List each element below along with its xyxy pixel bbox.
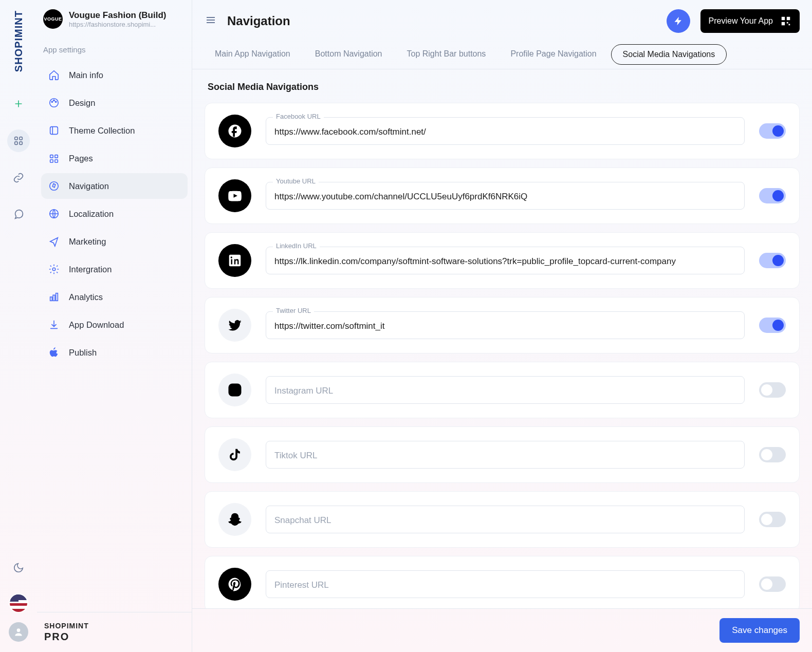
facebook-input-label: Facebook URL: [273, 113, 324, 120]
app-title: Vougue Fashion (Build): [69, 10, 167, 21]
svg-rect-23: [787, 22, 788, 24]
tiktok-url-input[interactable]: [266, 441, 745, 469]
svg-point-6: [51, 101, 52, 102]
sidebar-item-marketing[interactable]: Marketing: [41, 229, 188, 254]
sidebar-item-theme-collection[interactable]: Theme Collection: [41, 118, 188, 143]
apple-icon: [48, 347, 60, 358]
tabs: Main App Navigation Bottom Navigation To…: [192, 42, 812, 69]
social-row-tiktok: [205, 426, 800, 483]
bolt-icon: [673, 16, 684, 26]
quick-action-button[interactable]: [667, 9, 690, 33]
rail-link-button[interactable]: [7, 166, 30, 189]
tab-social-media-navigations[interactable]: Social Media Navigations: [611, 44, 727, 65]
preview-app-button[interactable]: Preview Your App: [700, 9, 800, 33]
chat-icon: [13, 209, 24, 220]
sidebar-item-label: App Download: [69, 320, 124, 330]
linkedin-icon: [218, 244, 251, 277]
rail-theme-toggle[interactable]: [7, 556, 30, 579]
svg-point-14: [50, 182, 59, 191]
svg-rect-1: [20, 137, 23, 140]
linkedin-url-input[interactable]: [266, 247, 745, 274]
svg-rect-13: [55, 160, 58, 163]
tab-bottom-navigation[interactable]: Bottom Navigation: [305, 42, 393, 69]
social-row-twitter: Twitter URL: [205, 297, 800, 353]
app-url: https://fashionstore.shopimi...: [69, 21, 167, 28]
user-icon: [13, 627, 24, 637]
layers-icon: [48, 125, 60, 136]
sidebar-item-design[interactable]: Design: [41, 90, 188, 116]
link-icon: [13, 172, 24, 183]
facebook-url-input[interactable]: [266, 117, 745, 145]
svg-rect-3: [20, 142, 23, 145]
grid-icon: [13, 135, 24, 146]
twitter-icon: [218, 309, 251, 342]
gear-icon: [48, 264, 60, 275]
tiktok-input-wrap: [266, 441, 745, 469]
tab-main-app-navigation[interactable]: Main App Navigation: [205, 42, 301, 69]
social-row-youtube: Youtube URL: [205, 167, 800, 224]
sidebar-nav: Main info Design Theme Collection Pages …: [37, 59, 192, 368]
footer-tier: PRO: [44, 631, 184, 643]
instagram-url-input[interactable]: [266, 376, 745, 404]
pages-icon: [48, 153, 60, 164]
facebook-input-wrap: Facebook URL: [266, 117, 745, 145]
sidebar-toggle-button[interactable]: [205, 14, 217, 28]
snapchat-url-input[interactable]: [266, 506, 745, 533]
pinterest-toggle[interactable]: [759, 576, 786, 592]
snapchat-icon: [218, 503, 251, 536]
sidebar-item-label: Localization: [69, 209, 114, 219]
sidebar-item-analytics[interactable]: Analytics: [41, 284, 188, 310]
content-area: Social Media Navigations Facebook URLYou…: [192, 69, 812, 608]
youtube-toggle[interactable]: [759, 188, 786, 203]
page-title: Navigation: [227, 14, 290, 28]
rail-user-avatar[interactable]: [9, 622, 28, 642]
tab-profile-page-navigation[interactable]: Profile Page Navigation: [500, 42, 606, 69]
sidebar-item-pages[interactable]: Pages: [41, 145, 188, 171]
sidebar-item-label: Intergration: [69, 265, 112, 274]
pinterest-icon: [218, 568, 251, 601]
sidebar-item-integration[interactable]: Intergration: [41, 256, 188, 282]
linkedin-toggle[interactable]: [759, 253, 786, 268]
topbar: Navigation Preview Your App: [192, 0, 812, 42]
svg-rect-21: [787, 17, 790, 20]
tiktok-toggle[interactable]: [759, 447, 786, 462]
menu-icon: [205, 14, 217, 26]
svg-point-26: [232, 387, 237, 393]
sidebar-item-navigation[interactable]: Navigation: [41, 173, 188, 199]
download-icon: [48, 319, 60, 330]
pinterest-url-input[interactable]: [266, 570, 745, 598]
tab-top-right-bar-buttons[interactable]: Top Right Bar buttons: [397, 42, 496, 69]
twitter-url-input[interactable]: [266, 311, 745, 339]
main-area: Navigation Preview Your App Main App Nav…: [192, 0, 812, 652]
rail-chat-button[interactable]: [7, 203, 30, 226]
rail-locale-flag[interactable]: [9, 593, 28, 613]
left-rail: SHOPIMINT: [0, 0, 37, 652]
rail-add-button[interactable]: [7, 92, 30, 115]
svg-rect-12: [50, 160, 53, 163]
footer-brand: SHOPIMINT: [44, 622, 184, 630]
youtube-input-label: Youtube URL: [273, 177, 319, 185]
save-changes-button[interactable]: Save changes: [719, 618, 800, 643]
svg-rect-22: [782, 22, 785, 25]
social-row-facebook: Facebook URL: [205, 103, 800, 159]
rail-apps-button[interactable]: [7, 129, 30, 152]
svg-rect-2: [15, 142, 18, 145]
palette-icon: [48, 97, 60, 108]
app-header: VOGUE Vougue Fashion (Build) https://fas…: [37, 0, 192, 38]
snapchat-toggle[interactable]: [759, 512, 786, 527]
svg-point-16: [52, 268, 56, 271]
sidebar-item-main-info[interactable]: Main info: [41, 62, 188, 88]
social-row-instagram: [205, 362, 800, 418]
sidebar-item-app-download[interactable]: App Download: [41, 312, 188, 338]
chart-icon: [48, 291, 60, 303]
qr-icon: [780, 15, 791, 27]
instagram-toggle[interactable]: [759, 382, 786, 398]
social-row-snapchat: [205, 491, 800, 548]
sidebar-item-localization[interactable]: Localization: [41, 201, 188, 227]
tiktok-icon: [218, 438, 251, 471]
sidebar-item-label: Design: [69, 98, 95, 108]
facebook-toggle[interactable]: [759, 123, 786, 139]
youtube-url-input[interactable]: [266, 182, 745, 210]
twitter-toggle[interactable]: [759, 318, 786, 333]
sidebar-item-publish[interactable]: Publish: [41, 340, 188, 365]
